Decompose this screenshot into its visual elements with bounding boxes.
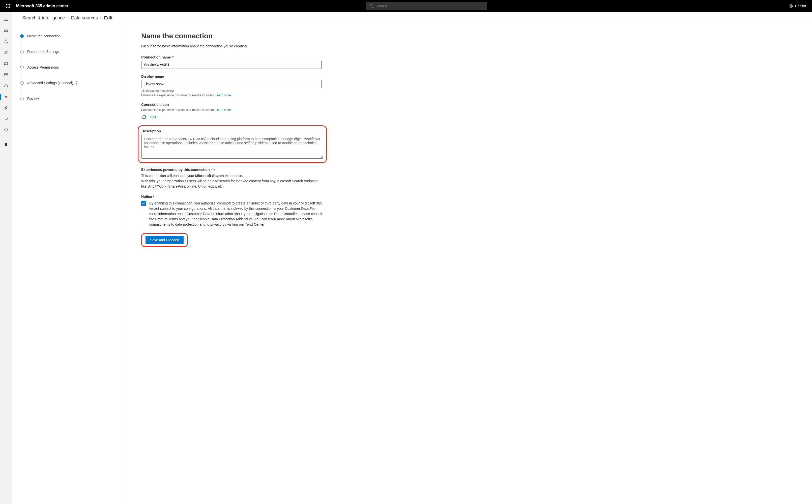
copilot-label: Copilot bbox=[795, 4, 806, 8]
top-header: Microsoft 365 admin center Copilot bbox=[0, 0, 812, 12]
svg-point-9 bbox=[370, 5, 372, 7]
teams-icon bbox=[4, 50, 8, 55]
svg-point-25 bbox=[142, 115, 146, 119]
search-input[interactable] bbox=[376, 4, 484, 8]
experiences-text: This connection will enhance your Micros… bbox=[141, 173, 322, 189]
search-container bbox=[68, 2, 785, 10]
step-datasource-settings[interactable]: Datasource Settings bbox=[20, 49, 115, 55]
experiences-group: Experiences powered by this connection T… bbox=[141, 168, 322, 189]
page-title: Name the connection bbox=[141, 32, 794, 40]
learn-more-link[interactable]: Learn more bbox=[215, 94, 231, 97]
svg-point-20 bbox=[5, 96, 7, 98]
svg-rect-17 bbox=[5, 63, 8, 64]
nav-home[interactable] bbox=[0, 25, 12, 36]
connection-name-group: Connection name * bbox=[141, 55, 322, 69]
device-icon bbox=[4, 61, 8, 66]
info-icon[interactable] bbox=[75, 81, 78, 85]
display-name-counter: 18 characters remaining bbox=[141, 89, 322, 93]
breadcrumb-current: Edit bbox=[104, 15, 113, 21]
svg-point-14 bbox=[5, 40, 7, 41]
nav-setup[interactable] bbox=[0, 102, 12, 113]
breadcrumb-separator: › bbox=[100, 16, 102, 20]
svg-rect-18 bbox=[4, 74, 8, 76]
search-box[interactable] bbox=[366, 2, 487, 10]
svg-rect-3 bbox=[6, 6, 7, 7]
description-highlight: Description bbox=[138, 125, 327, 163]
nav-devices[interactable] bbox=[0, 58, 12, 69]
svg-rect-0 bbox=[6, 4, 7, 5]
notice-text: By enabling this connection, you authori… bbox=[149, 201, 323, 227]
page-subtitle: Fill out some basic information about th… bbox=[141, 44, 794, 48]
checkmark-icon bbox=[142, 201, 146, 205]
nav-support[interactable] bbox=[0, 80, 12, 91]
home-icon bbox=[4, 28, 8, 33]
nav-reports[interactable] bbox=[0, 113, 12, 125]
step-name-connection[interactable]: Name the connection bbox=[20, 33, 115, 39]
connection-icon-helper: Enhance the experience of connector resu… bbox=[141, 108, 322, 112]
user-icon bbox=[4, 39, 8, 44]
nav-billing[interactable] bbox=[0, 69, 12, 80]
svg-rect-8 bbox=[9, 7, 10, 8]
connection-icon-preview bbox=[141, 114, 147, 120]
nav-teams[interactable] bbox=[0, 47, 12, 58]
connection-name-label: Connection name * bbox=[141, 55, 322, 59]
nav-admin-centers[interactable] bbox=[0, 139, 12, 150]
learn-more-link[interactable]: Learn more bbox=[215, 108, 231, 112]
breadcrumb-search-intelligence[interactable]: Search & intelligence bbox=[22, 15, 65, 21]
display-name-label: Display name bbox=[141, 74, 322, 78]
step-indicator-icon bbox=[20, 50, 24, 53]
step-access-permissions[interactable]: Access Permissions bbox=[20, 64, 115, 70]
display-name-input[interactable] bbox=[141, 80, 322, 88]
rail-divider bbox=[3, 137, 9, 137]
notice-group: Notice* By enabling this connection, you… bbox=[141, 195, 323, 227]
svg-rect-2 bbox=[9, 4, 10, 5]
nav-users[interactable] bbox=[0, 36, 12, 47]
notice-label: Notice* bbox=[141, 195, 323, 199]
svg-line-10 bbox=[372, 7, 373, 8]
wrench-icon bbox=[4, 106, 8, 110]
display-name-helper: Enhance the experience of connector resu… bbox=[141, 94, 322, 97]
breadcrumb-separator: › bbox=[67, 16, 69, 20]
save-button-highlight: Save and Proceed bbox=[141, 233, 188, 247]
svg-rect-21 bbox=[5, 143, 7, 146]
reports-icon bbox=[4, 117, 8, 121]
breadcrumb-data-sources[interactable]: Data sources bbox=[71, 15, 98, 21]
step-indicator-icon bbox=[20, 66, 24, 69]
wizard-steps: Name the connection Datasource Settings … bbox=[12, 24, 123, 504]
admin-icon bbox=[4, 142, 8, 147]
left-nav-rail bbox=[0, 12, 12, 504]
save-proceed-button[interactable]: Save and Proceed bbox=[146, 236, 184, 244]
svg-rect-5 bbox=[9, 6, 10, 7]
description-label: Description bbox=[141, 129, 323, 133]
svg-point-16 bbox=[6, 51, 7, 52]
nav-settings[interactable] bbox=[0, 91, 12, 102]
nav-health[interactable] bbox=[0, 125, 12, 136]
step-indicator-icon bbox=[20, 97, 24, 100]
notice-checkbox[interactable] bbox=[141, 201, 146, 206]
form-panel: Name the connection Fill out some basic … bbox=[123, 24, 812, 504]
step-review[interactable]: Review bbox=[20, 96, 115, 102]
support-icon bbox=[4, 83, 8, 88]
app-launcher-button[interactable] bbox=[2, 4, 14, 8]
copilot-button[interactable]: Copilot bbox=[785, 4, 810, 8]
step-advanced-settings[interactable]: Advanced Settings (Optional) bbox=[20, 80, 115, 86]
health-icon bbox=[4, 128, 8, 132]
connection-name-input[interactable] bbox=[141, 61, 322, 69]
connection-icon-group: Connection icon Enhance the experience o… bbox=[141, 103, 322, 120]
step-indicator-icon bbox=[20, 81, 24, 85]
nav-hamburger[interactable] bbox=[0, 14, 12, 25]
description-textarea[interactable] bbox=[141, 135, 323, 159]
app-title: Microsoft 365 admin center bbox=[16, 4, 68, 8]
svg-rect-1 bbox=[8, 4, 9, 5]
billing-icon bbox=[4, 72, 8, 77]
display-name-group: Display name 18 characters remaining Enh… bbox=[141, 74, 322, 97]
svg-point-15 bbox=[5, 51, 6, 52]
step-indicator-icon bbox=[20, 34, 24, 38]
edit-icon-link[interactable]: Edit bbox=[150, 115, 156, 119]
info-icon[interactable] bbox=[211, 168, 215, 171]
copilot-icon bbox=[789, 4, 793, 8]
svg-rect-4 bbox=[8, 6, 9, 7]
breadcrumb: Search & intelligence › Data sources › E… bbox=[12, 12, 812, 24]
svg-rect-7 bbox=[8, 7, 9, 8]
gear-icon bbox=[4, 95, 8, 99]
